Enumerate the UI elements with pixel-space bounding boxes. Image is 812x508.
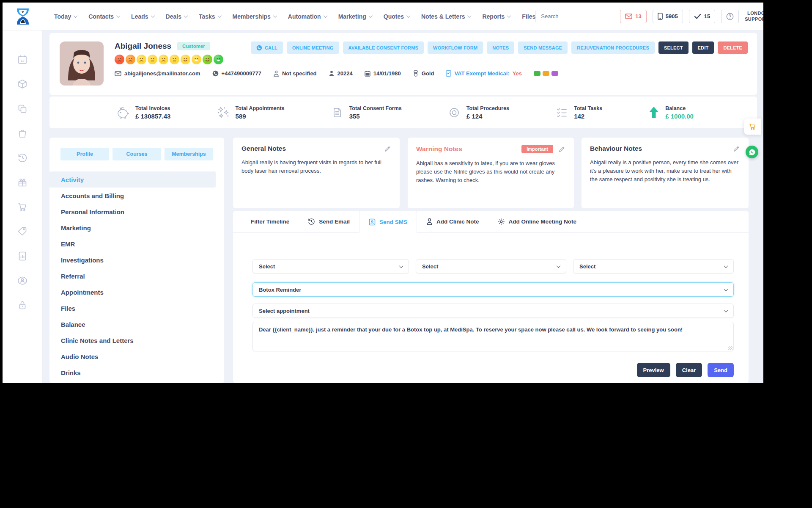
- sms-select-3[interactable]: Select: [573, 259, 734, 273]
- stat-total-appointments: Total Appointments589: [216, 105, 285, 120]
- bag-icon[interactable]: [17, 128, 28, 139]
- patient-photo[interactable]: [60, 41, 104, 86]
- sms-select-1[interactable]: Select: [252, 259, 409, 273]
- arrow-up-icon: [647, 105, 660, 120]
- tab-filter-timeline[interactable]: Filter Timeline: [241, 211, 299, 232]
- menu-item-investigations[interactable]: Investigations: [49, 252, 224, 268]
- mood-face-2[interactable]: [126, 55, 135, 64]
- clear-button[interactable]: Clear: [676, 363, 702, 377]
- delete-button[interactable]: DELETE: [718, 41, 748, 54]
- nav-item-deals[interactable]: Deals: [166, 13, 187, 20]
- nav-item-quotes[interactable]: Quotes: [384, 13, 410, 20]
- menu-item-audio-notes[interactable]: Audio Notes: [49, 348, 224, 364]
- tab-add-clinic-note[interactable]: Add Clinic Note: [417, 211, 488, 232]
- nav-item-notes-letters[interactable]: Notes & Letters: [421, 13, 471, 20]
- send-message-button[interactable]: SEND MESSAGE: [518, 41, 568, 54]
- search-input[interactable]: [536, 10, 620, 23]
- chart-icon[interactable]: [17, 251, 28, 262]
- general-notes-title: General Notes: [241, 145, 286, 152]
- tab-memberships[interactable]: Memberships: [165, 148, 213, 160]
- floating-cart-button[interactable]: [744, 119, 761, 135]
- patient-phone[interactable]: +447490009777: [212, 70, 261, 77]
- patient-tier: Gold: [413, 70, 434, 77]
- nav-item-reports[interactable]: Reports: [482, 13, 510, 20]
- consent-forms-button[interactable]: AVAILABLE CONSENT FORMS: [343, 41, 424, 54]
- mood-face-5[interactable]: [159, 55, 168, 64]
- nav-item-today[interactable]: Today: [54, 13, 77, 20]
- mood-face-4[interactable]: [148, 55, 157, 64]
- tab-courses[interactable]: Courses: [112, 148, 161, 160]
- menu-item-personal-information[interactable]: Personal Information: [49, 204, 224, 220]
- nav-item-automation[interactable]: Automation: [288, 13, 327, 20]
- template-select[interactable]: Botox Reminder: [252, 282, 734, 297]
- warning-notes-title: Warning Notes: [416, 145, 462, 153]
- whatsapp-button[interactable]: [746, 146, 758, 158]
- history-icon[interactable]: [17, 152, 28, 163]
- messages-badge[interactable]: 13: [620, 10, 646, 23]
- menu-item-marketing[interactable]: Marketing: [49, 220, 224, 236]
- menu-item-accounts-billing[interactable]: Accounts and Billing: [49, 188, 224, 204]
- mood-face-1[interactable]: [115, 55, 124, 64]
- mood-face-7[interactable]: [181, 55, 190, 64]
- appointment-select[interactable]: Select appointment: [252, 304, 734, 318]
- preview-button[interactable]: Preview: [637, 363, 670, 377]
- tab-profile[interactable]: Profile: [60, 148, 109, 160]
- mood-face-8[interactable]: [192, 55, 201, 64]
- calendar-icon[interactable]: 12: [17, 54, 28, 65]
- tasks-badge[interactable]: 15: [689, 10, 715, 23]
- send-button[interactable]: Send: [708, 363, 734, 377]
- nav-item-leads[interactable]: Leads: [131, 13, 154, 20]
- menu-item-drinks[interactable]: Drinks: [49, 364, 224, 381]
- template-select-value: Botox Reminder: [259, 287, 724, 293]
- mood-face-9[interactable]: [203, 55, 212, 64]
- tab-send-sms[interactable]: Send SMS: [359, 211, 417, 233]
- menu-item-clinic-notes-letters[interactable]: Clinic Notes and Letters: [49, 332, 224, 348]
- copy-icon[interactable]: [17, 103, 28, 114]
- menu-item-activity[interactable]: Activity: [49, 171, 216, 188]
- help-button[interactable]: [721, 10, 739, 23]
- nav-item-files[interactable]: Files: [522, 13, 535, 20]
- document-icon: [330, 105, 344, 120]
- rejuvenation-button[interactable]: REJUVENATION PROCEDURES: [571, 41, 655, 54]
- sms-message-input[interactable]: Dear {{client_name}}, just a reminder th…: [252, 322, 734, 351]
- label-swatch-orange[interactable]: [543, 71, 549, 76]
- lock-icon[interactable]: [17, 300, 28, 311]
- label-swatch-green[interactable]: [534, 71, 540, 76]
- user-circle-icon[interactable]: [17, 275, 28, 286]
- app-logo-icon[interactable]: [14, 5, 32, 28]
- menu-item-referral[interactable]: Referral: [49, 268, 224, 284]
- edit-pencil-icon[interactable]: [733, 145, 740, 152]
- label-swatch-purple[interactable]: [551, 71, 558, 76]
- online-meeting-button[interactable]: ONLINE MEETING: [287, 41, 339, 54]
- nav-item-contacts[interactable]: Contacts: [88, 13, 120, 20]
- stat-value: 142: [574, 113, 602, 120]
- mood-face-6[interactable]: [170, 55, 179, 64]
- edit-pencil-icon[interactable]: [384, 145, 391, 152]
- tag-icon[interactable]: [17, 226, 28, 237]
- menu-item-files[interactable]: Files: [49, 300, 224, 316]
- nav-item-marketing[interactable]: Marketing: [338, 13, 372, 20]
- edit-pencil-icon[interactable]: [558, 146, 565, 153]
- menu-item-balance[interactable]: Balance: [49, 316, 224, 332]
- call-button[interactable]: CALL: [251, 41, 283, 54]
- phone-badge[interactable]: 5905: [653, 10, 683, 23]
- gift-icon[interactable]: [17, 177, 28, 188]
- sms-select-2[interactable]: Select: [416, 259, 566, 273]
- menu-item-emr[interactable]: EMR: [49, 236, 224, 252]
- tab-send-email[interactable]: Send Email: [299, 211, 359, 232]
- patient-email[interactable]: abigailjones@mailinator.com: [115, 70, 200, 77]
- chevron-down-icon: [724, 264, 728, 268]
- notes-button[interactable]: NOTES: [487, 41, 514, 54]
- menu-item-appointments[interactable]: Appointments: [49, 284, 224, 300]
- workflow-form-button[interactable]: WORKFLOW FORM: [428, 41, 483, 54]
- nav-item-tasks[interactable]: Tasks: [199, 13, 221, 20]
- mood-face-3[interactable]: [137, 55, 146, 64]
- mood-face-10[interactable]: [214, 55, 223, 64]
- edit-button[interactable]: EDIT: [692, 41, 714, 54]
- select-button[interactable]: SELECT: [658, 41, 689, 54]
- call-icon: [256, 45, 262, 51]
- tab-add-online-meeting-note[interactable]: Add Online Meeting Note: [488, 211, 586, 232]
- nav-item-memberships[interactable]: Memberships: [233, 13, 277, 20]
- cart-icon[interactable]: [17, 202, 28, 213]
- package-icon[interactable]: [17, 79, 28, 90]
